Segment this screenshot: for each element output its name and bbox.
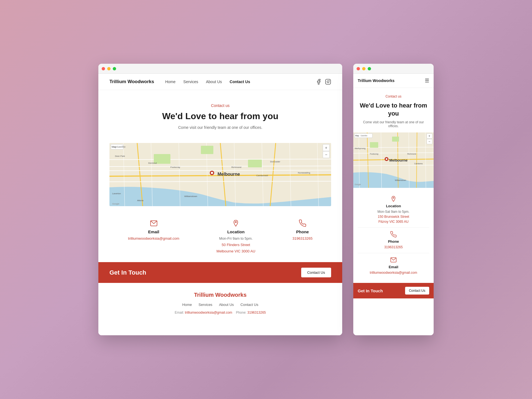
svg-rect-59 (392, 137, 399, 142)
desktop-window: Trillium Woodworks Home Services About U… (98, 64, 342, 335)
mobile-nav-brand: Trillium Woodworks (358, 78, 395, 83)
location-address2: Melbourne VIC 3000 AU (216, 249, 255, 253)
svg-text:Camberw.: Camberw. (414, 163, 423, 165)
footer-links: Home Services About Us Contact Us (109, 303, 331, 307)
svg-text:Melbourne: Melbourne (389, 158, 408, 162)
footer-brand: Trillium Woodworks (109, 292, 331, 298)
mobile-email-value[interactable]: trilliumwoodworksia@gmail.com (370, 270, 417, 275)
nav-link-services[interactable]: Services (183, 80, 198, 84)
desktop-titlebar (98, 64, 342, 74)
svg-text:Satellite: Satellite (360, 135, 367, 137)
mobile-maximize-dot[interactable] (368, 67, 371, 70)
hero-section: Contact us We'd Love to hear from you Co… (98, 90, 342, 136)
mobile-email-icon (390, 257, 397, 263)
mobile-titlebar (353, 64, 434, 74)
svg-text:Williamstown: Williamstown (395, 179, 406, 181)
footer-link-home[interactable]: Home (182, 303, 192, 307)
svg-text:Google: Google (112, 203, 119, 205)
mobile-minimize-dot[interactable] (362, 67, 365, 70)
svg-text:Doncaster: Doncaster (270, 160, 280, 163)
svg-point-45 (235, 221, 237, 223)
mobile-hero-title: We'd Love to hear from you (358, 102, 429, 117)
mobile-hero-subtitle: Come visit our friendly team at one of o… (358, 120, 429, 128)
cta-contact-button[interactable]: Contact Us (301, 268, 331, 277)
location-contact-item: Location Mon-Fri 9am to 5pm. 50 Flinders… (216, 219, 255, 253)
mobile-nav: Trillium Woodworks ☰ (353, 74, 434, 88)
mobile-email-label: Email (389, 265, 398, 269)
svg-point-2 (329, 80, 330, 81)
footer-link-services[interactable]: Services (199, 303, 213, 307)
section-label: Contact us (109, 103, 331, 108)
mobile-window: Trillium Woodworks ☰ Contact us We'd Lov… (353, 64, 434, 335)
svg-text:Laverton: Laverton (112, 192, 121, 195)
svg-rect-21 (201, 146, 213, 154)
mobile-map-container[interactable]: Melbourne + − Map Satellite Maribyrnong … (353, 132, 434, 188)
svg-text:+: + (428, 134, 430, 138)
svg-text:Map: Map (112, 145, 117, 148)
svg-text:Camberwell: Camberwell (256, 174, 268, 177)
location-address1: 50 Flinders Street (222, 243, 250, 247)
svg-text:−: − (428, 140, 430, 144)
mobile-close-dot[interactable] (357, 67, 360, 70)
mobile-phone-item: Phone 3196313265 (358, 228, 429, 253)
nav-link-contact[interactable]: Contact Us (230, 80, 250, 84)
svg-point-62 (386, 158, 387, 160)
phone-value[interactable]: 3196313265 (293, 236, 313, 241)
mobile-section-label: Contact us (358, 94, 429, 98)
maximize-dot[interactable] (113, 67, 116, 70)
mobile-location-hours: Mon-Sat 9am to 5pm. (377, 209, 409, 214)
svg-text:Footscray: Footscray (170, 166, 180, 168)
location-hours: Mon-Fri 9am to 5pm. (219, 236, 253, 241)
svg-text:Deer Park: Deer Park (115, 155, 125, 157)
instagram-icon[interactable] (325, 79, 331, 85)
phone-icon (299, 219, 306, 227)
footer-link-contact[interactable]: Contact Us (241, 303, 258, 307)
mobile-location-label: Location (386, 204, 401, 208)
svg-text:Satellite: Satellite (117, 145, 126, 148)
footer-phone-label: Phone: (236, 311, 246, 314)
mobile-contact-section: Location Mon-Sat 9am to 5pm. 150 Brunswi… (353, 188, 434, 283)
svg-text:Williamstown: Williamstown (184, 195, 197, 198)
svg-rect-22 (248, 160, 262, 167)
email-label: Email (148, 229, 159, 234)
hero-title: We'd Love to hear from you (109, 111, 331, 121)
mobile-cta-button[interactable]: Contact Us (405, 287, 429, 295)
hamburger-icon[interactable]: ☰ (425, 78, 429, 84)
mobile-cta-title: Get In Touch (358, 288, 383, 293)
mobile-hero-section: Contact us We'd Love to hear from you Co… (353, 88, 434, 132)
mobile-content: Trillium Woodworks ☰ Contact us We'd Lov… (353, 74, 434, 335)
svg-text:Richmond: Richmond (407, 153, 416, 155)
mobile-location-icon (390, 196, 397, 202)
mobile-location-item: Location Mon-Sat 9am to 5pm. 150 Brunswi… (358, 192, 429, 228)
footer-link-about[interactable]: About Us (219, 303, 234, 307)
map-container[interactable]: Melbourne + − Map Satellite Deer Park De… (109, 143, 331, 206)
facebook-icon[interactable] (316, 79, 322, 85)
nav-brand: Trillium Woodworks (109, 79, 154, 85)
footer-phone-value: 3196313265 (247, 311, 266, 314)
svg-rect-58 (370, 142, 378, 148)
mobile-phone-value[interactable]: 3196313265 (384, 245, 403, 250)
cta-title: Get In Touch (109, 269, 146, 276)
hero-subtitle: Come visit our friendly team at one of o… (109, 125, 331, 130)
svg-text:Footscray: Footscray (370, 153, 378, 155)
mobile-map-view: Melbourne + − Map Satellite Maribyrnong … (353, 132, 434, 188)
email-contact-item: Email trilliumwoodworksia@gmail.com (128, 219, 179, 253)
svg-text:Derrimut: Derrimut (148, 162, 157, 164)
svg-text:Map: Map (355, 135, 359, 137)
footer-email-label: Email: (175, 311, 184, 314)
email-icon (150, 219, 158, 227)
svg-text:Google: Google (355, 183, 361, 186)
nav-link-home[interactable]: Home (165, 80, 175, 84)
cta-banner: Get In Touch Contact Us (98, 262, 342, 283)
mobile-phone-icon (390, 231, 397, 238)
mobile-email-item: Email trilliumwoodworksia@gmail.com (358, 253, 429, 278)
phone-label: Phone (296, 229, 309, 234)
close-dot[interactable] (102, 67, 105, 70)
nav-link-about[interactable]: About Us (206, 80, 222, 84)
svg-point-1 (327, 81, 329, 83)
minimize-dot[interactable] (107, 67, 111, 70)
svg-rect-0 (326, 79, 331, 84)
email-value[interactable]: trilliumwoodworksia@gmail.com (128, 236, 179, 241)
nav-links: Home Services About Us Contact Us (165, 80, 307, 84)
mobile-location-addr1: 150 Brunswick Street (378, 214, 409, 219)
